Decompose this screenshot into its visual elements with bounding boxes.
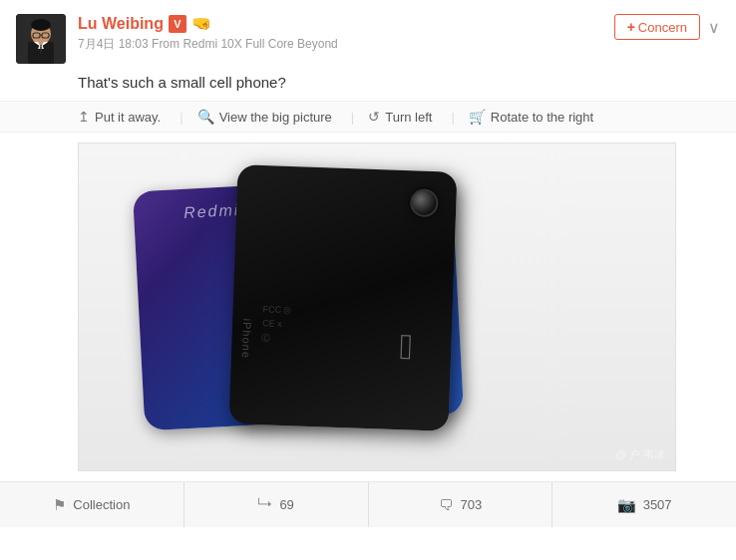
weibo-watermark: @ 户 韦冰 — [615, 447, 665, 462]
rotate-right-label: Rotate to the right — [491, 110, 593, 125]
comment-icon: 🗨 — [439, 496, 454, 513]
repost-button[interactable]: ⮡ 69 — [184, 482, 369, 527]
post-header: Lu Weibing V 🤜 7月4日 18:03 From Redmi 10X… — [0, 0, 736, 74]
collection-label: Collection — [73, 497, 130, 512]
put-away-button[interactable]: ↥ Put it away. — [78, 109, 197, 125]
chevron-down-icon[interactable]: ∨ — [708, 18, 720, 37]
turn-left-label: Turn left — [385, 110, 432, 125]
header-right: + Concern ∨ — [614, 14, 720, 40]
emoji-badge: 🤜 — [191, 14, 211, 33]
rotate-right-button[interactable]: 🛒 Rotate to the right — [469, 109, 607, 125]
view-big-picture-button[interactable]: 🔍 View the big picture — [197, 109, 369, 125]
rotate-left-icon: ↺ — [368, 109, 380, 125]
concern-button[interactable]: + Concern — [614, 14, 700, 40]
post-footer: ⚑ Collection ⮡ 69 🗨 703 📷 3507 — [0, 481, 736, 527]
put-away-icon: ↥ — [78, 109, 90, 125]
post-image: Redmi iPhone FCC ◎ CE x Ⓒ — [78, 142, 676, 471]
post-text: That's such a small cell phone? — [0, 74, 736, 91]
redmi-label: Redmi — [184, 201, 240, 222]
post-header-left: Lu Weibing V 🤜 7月4日 18:03 From Redmi 10X… — [16, 14, 338, 64]
iphone-fcc: FCC ◎ CE x Ⓒ — [261, 302, 291, 346]
image-toolbar: ↥ Put it away. 🔍 View the big picture ↺ … — [0, 101, 736, 133]
cart-icon: 🛒 — [469, 109, 486, 125]
put-away-label: Put it away. — [95, 110, 161, 125]
user-info: Lu Weibing V 🤜 7月4日 18:03 From Redmi 10X… — [78, 14, 338, 53]
comment-button[interactable]: 🗨 703 — [369, 482, 553, 527]
image-container: Redmi iPhone FCC ◎ CE x Ⓒ — [0, 133, 736, 481]
post-card: Lu Weibing V 🤜 7月4日 18:03 From Redmi 10X… — [0, 0, 736, 560]
search-icon: 🔍 — [197, 109, 214, 125]
iphone-camera — [410, 188, 439, 217]
iphone: iPhone FCC ◎ CE x Ⓒ  — [229, 164, 458, 431]
concern-label: Concern — [638, 20, 687, 35]
post-meta: 7月4日 18:03 From Redmi 10X Full Core Beyo… — [78, 36, 338, 53]
apple-icon:  — [399, 329, 413, 365]
concern-plus-icon: + — [627, 19, 635, 35]
repost-icon: ⮡ — [257, 496, 272, 513]
turn-left-button[interactable]: ↺ Turn left — [368, 109, 469, 125]
comment-count: 703 — [461, 497, 483, 512]
view-big-picture-label: View the big picture — [219, 110, 332, 125]
like-count: 3507 — [643, 497, 672, 512]
phones-scene: Redmi iPhone FCC ◎ CE x Ⓒ — [79, 143, 675, 470]
like-icon: 📷 — [617, 496, 636, 514]
username-row: Lu Weibing V 🤜 — [78, 14, 338, 33]
collection-icon: ⚑ — [53, 496, 66, 514]
iphone-apple-logo:  — [386, 324, 428, 371]
verified-badge: V — [169, 15, 186, 33]
avatar — [16, 14, 66, 64]
collection-button[interactable]: ⚑ Collection — [0, 482, 184, 527]
iphone-text: iPhone — [240, 318, 253, 359]
like-button[interactable]: 📷 3507 — [552, 482, 736, 527]
username: Lu Weibing — [78, 15, 164, 33]
repost-count: 69 — [279, 497, 293, 512]
svg-point-5 — [31, 19, 51, 31]
